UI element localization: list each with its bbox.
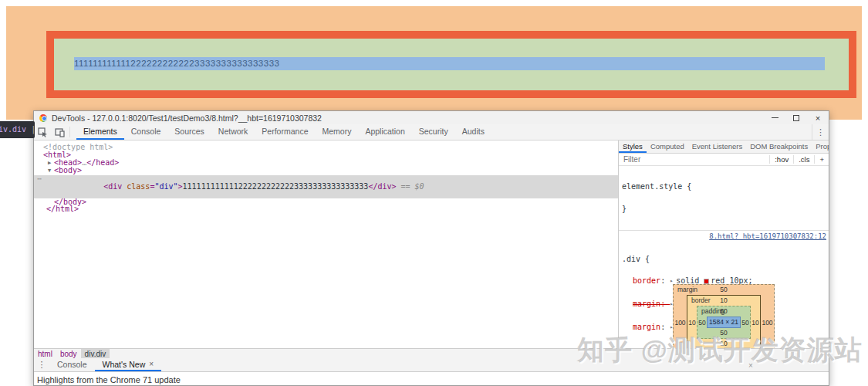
device-toolbar-button[interactable] bbox=[51, 124, 68, 140]
tab-dom-breakpoints[interactable]: DOM Breakpoints bbox=[746, 141, 812, 153]
tab-performance[interactable]: Performance bbox=[255, 124, 315, 140]
collapse-arrow-icon[interactable]: ▼ bbox=[48, 168, 54, 175]
inspect-element-button[interactable] bbox=[34, 124, 51, 140]
chrome-icon bbox=[39, 114, 47, 122]
maximize-button[interactable] bbox=[785, 111, 807, 124]
element-tooltip: div.div | 1584 × 21 bbox=[0, 121, 35, 138]
dom-node-html-close[interactable]: </html> bbox=[34, 205, 618, 213]
padding-right-value: 50 bbox=[741, 319, 750, 327]
tab-computed[interactable]: Computed bbox=[647, 141, 688, 153]
margin-top-value: 50 bbox=[720, 286, 727, 293]
dom-node-body[interactable]: ▼<body> bbox=[34, 167, 618, 175]
highlight-content-text: 1111111111112222222222223333333333333333 bbox=[74, 57, 825, 70]
watermark: 知乎 @测试开发资源站 bbox=[577, 332, 863, 368]
tab-properties[interactable]: Properties bbox=[812, 141, 829, 153]
margin-right-value: 100 bbox=[761, 319, 774, 327]
breadcrumb-html[interactable]: html bbox=[34, 349, 56, 358]
border-left-value: 10 bbox=[687, 319, 697, 327]
titlebar: DevTools - 127.0.0.1:8020/Test1/testDemo… bbox=[34, 111, 829, 124]
close-tab-icon[interactable]: × bbox=[149, 360, 154, 368]
tab-elements[interactable]: Elements bbox=[76, 124, 124, 140]
whats-new-content: Highlights from the Chrome 71 update bbox=[34, 372, 829, 385]
border-right-value: 10 bbox=[751, 319, 760, 327]
drawer-tab-whats-new[interactable]: What's New× bbox=[95, 358, 162, 371]
tab-event-listeners[interactable]: Event Listeners bbox=[688, 141, 746, 153]
expand-arrow-icon[interactable]: ▶ bbox=[48, 160, 54, 168]
toolbar-separator bbox=[69, 127, 70, 137]
border-top-value: 10 bbox=[720, 296, 727, 304]
maximize-icon bbox=[793, 115, 799, 121]
minimize-icon bbox=[772, 117, 778, 118]
toggle-class-editor[interactable]: .cls bbox=[793, 155, 809, 164]
styles-sidebar: Styles Computed Event Listeners DOM Brea… bbox=[619, 141, 829, 348]
dom-node-head[interactable]: ▶<head>…</head> bbox=[34, 159, 618, 168]
devtools-menu-icon[interactable]: ⋮ bbox=[812, 124, 829, 140]
new-style-rule-button[interactable]: + bbox=[814, 155, 824, 164]
device-toolbar-icon bbox=[55, 127, 65, 137]
dom-node-body-close[interactable]: </body> bbox=[34, 198, 618, 206]
tab-sources[interactable]: Sources bbox=[167, 124, 211, 140]
ellipsis-gutter-icon[interactable]: ⋯ bbox=[37, 175, 41, 183]
tab-application[interactable]: Application bbox=[358, 124, 411, 140]
margin-left-value: 100 bbox=[674, 319, 687, 327]
minimize-button[interactable] bbox=[764, 111, 785, 124]
tab-audits[interactable]: Audits bbox=[455, 124, 491, 140]
tab-network[interactable]: Network bbox=[211, 124, 255, 140]
devtools-toolbar: Elements Console Sources Network Perform… bbox=[34, 124, 829, 141]
whats-new-headline: Highlights from the Chrome 71 update bbox=[37, 375, 181, 384]
inspect-cursor-icon bbox=[38, 127, 48, 137]
dom-node-doctype[interactable]: <!doctype html> bbox=[34, 144, 618, 151]
toggle-hover-state[interactable]: :hov bbox=[769, 155, 789, 164]
dom-node-div-selected[interactable]: ⋯<div class="div">1111111111112222222222… bbox=[34, 175, 618, 198]
breadcrumb-body[interactable]: body bbox=[56, 349, 81, 358]
element-style-section[interactable]: element.style { } bbox=[619, 166, 829, 231]
sidebar-tabs: Styles Computed Event Listeners DOM Brea… bbox=[619, 141, 829, 154]
dollar-zero-marker: == $0 bbox=[397, 182, 424, 191]
box-model-content[interactable]: 1584 × 21 bbox=[707, 317, 741, 328]
stylesheet-source-link[interactable]: 8.html?_hbt=1619710307832:12 bbox=[709, 233, 826, 241]
tooltip-selector: div.div bbox=[0, 125, 26, 134]
close-button[interactable]: × bbox=[807, 111, 829, 124]
drawer-tab-console[interactable]: Console bbox=[49, 358, 95, 371]
tab-memory[interactable]: Memory bbox=[315, 124, 358, 140]
dom-node-html[interactable]: <html> bbox=[34, 151, 618, 159]
style-filter-input[interactable] bbox=[619, 155, 769, 164]
tab-console[interactable]: Console bbox=[124, 124, 168, 140]
style-filter-row: :hov .cls + bbox=[619, 154, 829, 166]
dom-tree-pane: <!doctype html> <html> ▶<head>…</head> ▼… bbox=[34, 141, 618, 348]
padding-left-value: 50 bbox=[697, 319, 707, 327]
tab-styles[interactable]: Styles bbox=[619, 141, 647, 153]
tab-security[interactable]: Security bbox=[412, 124, 455, 140]
drawer-menu-icon[interactable]: ⋮ bbox=[34, 358, 49, 371]
breadcrumb-div-div[interactable]: div.div bbox=[81, 349, 110, 358]
window-title: DevTools - 127.0.0.1:8020/Test1/testDemo… bbox=[52, 113, 322, 123]
